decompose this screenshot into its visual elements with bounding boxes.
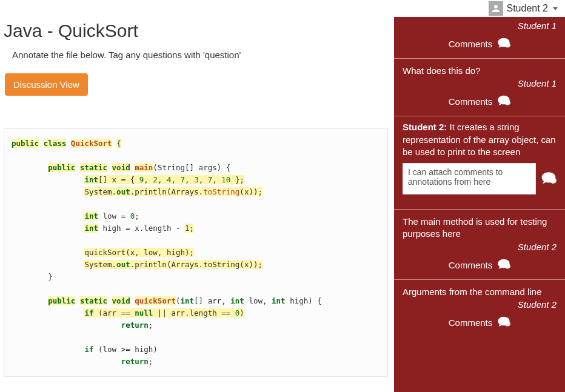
comment-input-row: [403, 163, 557, 194]
chat-icon: [497, 316, 510, 330]
page-title: Java - QuickSort: [4, 21, 388, 41]
comment-input[interactable]: [403, 163, 536, 194]
annotation-author: Student 2: [403, 299, 557, 310]
svg-point-0: [505, 42, 511, 47]
svg-point-1: [505, 101, 511, 105]
annotation-block: Student 1 Comments: [394, 17, 565, 59]
annotation-reply: Student 2: It creates a string represent…: [394, 116, 565, 158]
code-editor[interactable]: public class QuickSort { public static v…: [4, 128, 388, 377]
annotation-text: The main method is used for testing purp…: [403, 216, 557, 241]
comments-button[interactable]: Comments: [403, 37, 557, 51]
annotation-reply-block: Student 2: It creates a string represent…: [394, 116, 565, 210]
main-panel: Java - QuickSort Annotate the file below…: [0, 17, 394, 392]
avatar-icon: [489, 1, 503, 16]
instructions: Annotate the file below. Tag any questio…: [12, 50, 388, 60]
user-name: Student 2: [507, 3, 549, 14]
annotation-author: Student 1: [403, 21, 557, 31]
comments-button[interactable]: Comments: [403, 95, 557, 108]
annotation-block: What does this do? Student 1 Comments: [394, 59, 565, 116]
annotation-text: Arguments from the command line: [403, 286, 557, 298]
svg-point-4: [505, 321, 511, 326]
annotation-block: The main method is used for testing purp…: [394, 210, 565, 280]
topbar: Student 2: [0, 0, 565, 17]
annotation-text: What does this do?: [403, 65, 557, 77]
chat-icon: [497, 37, 510, 51]
discussion-view-button[interactable]: Discussion View: [5, 73, 88, 96]
annotation-author: Student 1: [403, 78, 557, 88]
send-comment-icon[interactable]: [541, 170, 557, 188]
annotation-block: Arguments from the command line Student …: [394, 280, 565, 337]
comments-button[interactable]: Comments: [403, 316, 557, 330]
user-menu[interactable]: Student 2: [486, 0, 561, 17]
svg-point-3: [505, 264, 511, 268]
sidebar: → Student 1 Comments What does this do? …: [394, 17, 565, 392]
caret-down-icon: [553, 7, 558, 10]
comments-button[interactable]: Comments: [403, 258, 557, 272]
annotation-author: Student 2: [403, 242, 557, 252]
svg-point-2: [550, 178, 557, 184]
chat-icon: [497, 258, 510, 272]
chat-icon: [497, 95, 510, 108]
